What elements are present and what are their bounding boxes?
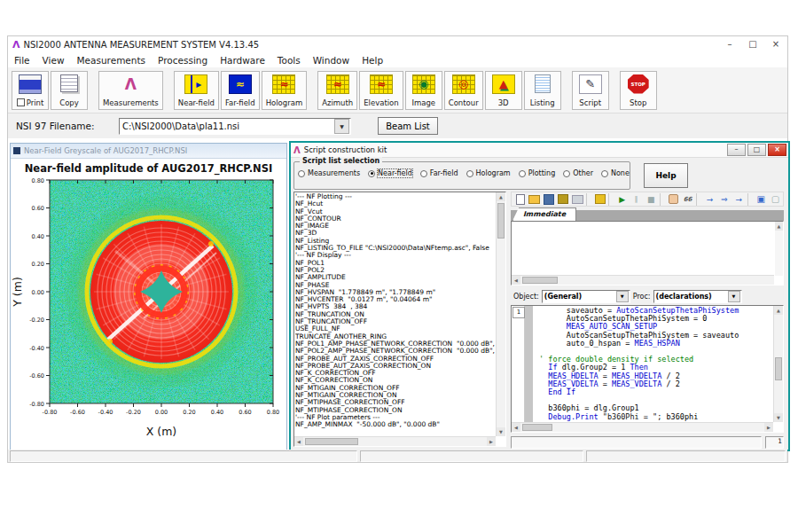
print-checkbox[interactable] (17, 98, 25, 106)
immediate-window[interactable]: ▲ ◀ (511, 221, 784, 286)
menu-view[interactable]: View (36, 55, 71, 66)
chevron-down-icon[interactable]: ▼ (616, 291, 629, 302)
code-vertical-scrollbar[interactable]: ▲ ▼ (773, 306, 783, 422)
script-list-item[interactable]: NF_POL1 (295, 260, 496, 267)
script-list-item[interactable]: '--- NF Plotting --- (295, 193, 496, 200)
code-editor[interactable]: 1 saveauto = AutoScanSetupThetaPhiSystem… (511, 305, 784, 433)
beam-list-button[interactable]: Beam List (378, 117, 438, 135)
step-over-icon[interactable]: → (732, 193, 746, 206)
immediate-vertical-scrollbar[interactable]: ▲ (775, 222, 783, 276)
find-icon[interactable]: 66 (681, 193, 694, 206)
scroll-left-icon[interactable]: ◀ (512, 423, 520, 432)
tab-immediate[interactable]: Immediate (512, 207, 576, 221)
scroll-up-icon[interactable]: ▲ (497, 192, 505, 201)
export-icon[interactable] (557, 193, 570, 206)
script-list-item[interactable]: NF_IMAGE (295, 223, 496, 230)
radio-circle-icon (601, 170, 608, 177)
toolbar-button-near-field[interactable]: ▸Near-field (174, 71, 219, 110)
radio-hologram[interactable]: Hologram (466, 169, 511, 177)
toolbar-button-azimuth[interactable]: ≈Azimuth (317, 71, 357, 110)
menu-file[interactable]: File (8, 55, 36, 66)
radio-near-field[interactable]: Near-field (368, 169, 412, 177)
scroll-down-icon[interactable]: ▼ (497, 427, 505, 436)
script-kit-maximize-button[interactable]: □ (747, 144, 766, 156)
script-kit-close-button[interactable]: × (768, 144, 786, 156)
toolbar-button-hologram[interactable]: ≈Hologram (262, 71, 308, 110)
new-file-icon[interactable] (513, 193, 527, 206)
nearfield-window: Near-Field Greyscale of AUG2017_RHCP.NSI… (10, 143, 287, 451)
toolbar-button-far-field[interactable]: ≈Far-field (221, 71, 260, 110)
toolbar-button-measurements[interactable]: ΛMeasurements (98, 71, 163, 110)
properties-icon[interactable]: ▣ (755, 193, 768, 206)
proc-dropdown[interactable]: (declarations) ▼ (653, 290, 742, 303)
menu-processing[interactable]: Processing (152, 55, 214, 66)
script-list-horizontal-scrollbar[interactable]: ◀ ▶ (294, 436, 496, 446)
script-kit-titlebar[interactable]: Λ Script construction kit –□× (291, 143, 788, 158)
scroll-left-icon[interactable]: ◀ (294, 437, 303, 446)
menu-help[interactable]: Help (356, 55, 389, 66)
open-file-icon[interactable] (528, 193, 541, 206)
code-horizontal-scrollbar[interactable]: ◀ ▶ (512, 422, 773, 432)
menu-window[interactable]: Window (307, 55, 356, 66)
radio-plotting[interactable]: Plotting (519, 169, 556, 177)
toolbar-button-print[interactable]: Print (12, 71, 49, 110)
toolbox-icon[interactable] (593, 193, 606, 206)
menu-tools[interactable]: Tools (271, 55, 307, 66)
radio-none[interactable]: None (601, 169, 630, 177)
scroll-right-icon[interactable]: ▶ (487, 437, 496, 446)
svg-text:0.00: 0.00 (155, 409, 168, 416)
toolbar-button-contour[interactable]: ◎Contour (444, 71, 483, 110)
maximize-button[interactable]: □ (741, 37, 764, 51)
stop-icon[interactable]: ■ (645, 193, 658, 206)
toolbar-button-3d[interactable]: ▲3D (485, 71, 522, 110)
nearfield-window-titlebar[interactable]: Near-Field Greyscale of AUG2017_RHCP.NSI (11, 144, 286, 159)
toolbar-button-label: Stop (630, 98, 646, 107)
script-list-vertical-scrollbar[interactable]: ▲ ▼ (496, 192, 505, 436)
radio-measurements[interactable]: Measurements (298, 169, 360, 177)
scroll-up-icon[interactable]: ▲ (774, 306, 783, 315)
hand-icon[interactable] (667, 193, 680, 206)
radio-other[interactable]: Other (563, 169, 593, 177)
scroll-left-icon[interactable]: ◀ (512, 276, 520, 285)
toolbar-button-stop[interactable]: STOPStop (620, 71, 657, 110)
object-proc-row: Object: (General) ▼ Proc: (declarations)… (511, 288, 784, 304)
chevron-down-icon[interactable]: ▼ (334, 119, 349, 134)
script-command-list[interactable]: '--- NF Plotting ---NF_HcutNF_VcutNF_CON… (293, 192, 506, 447)
run-icon[interactable]: ▶ (615, 193, 629, 206)
save-file-icon[interactable] (543, 193, 556, 206)
toolbar-button-script[interactable]: ✎Script (572, 71, 609, 110)
listing-icon (535, 74, 551, 93)
toolbar-button-image[interactable]: ◉Image (405, 71, 442, 110)
minimize-button[interactable]: – (718, 37, 741, 51)
scroll-up-icon[interactable]: ▲ (775, 222, 783, 231)
radio-far-field[interactable]: Far-field (420, 169, 458, 177)
resume-icon[interactable]: → (703, 193, 716, 206)
toolbar-button-listing[interactable]: Listing (524, 71, 561, 110)
print-icon[interactable] (571, 193, 584, 206)
scroll-down-icon[interactable]: ▼ (774, 413, 783, 422)
script-list-item[interactable]: NF_AMP_MINMAX "-50.000 dB", "0.000 dB" (295, 421, 496, 428)
script-kit-minimize-button[interactable]: – (727, 144, 746, 156)
toolbar-button-text: Elevation (364, 98, 398, 107)
menu-measurements[interactable]: Measurements (71, 55, 153, 66)
filename-combobox[interactable]: C:\NSI2000\Data\pla11.nsi ▼ (119, 118, 351, 135)
toolbar-button-copy[interactable]: Copy (51, 71, 88, 110)
toolbar-button-label: Hologram (266, 98, 303, 107)
toolbar-button-elevation[interactable]: ≈Elevation (359, 71, 403, 110)
close-button[interactable]: × (764, 37, 787, 51)
menu-hardware[interactable]: Hardware (214, 55, 271, 66)
script-list-item[interactable]: NF_Hcut (295, 200, 496, 207)
code-text[interactable]: saveauto = AutoScanSetupThetaPhiSystem A… (535, 307, 773, 422)
object-dropdown[interactable]: (General) ▼ (542, 290, 630, 303)
code-selection-margin[interactable] (525, 306, 533, 422)
immediate-horizontal-scrollbar[interactable]: ◀ (512, 275, 774, 285)
help-button[interactable]: Help (644, 163, 688, 188)
chevron-down-icon[interactable]: ▼ (728, 291, 740, 302)
y-axis-label: Y (m) (11, 277, 24, 308)
toolbar-button-label: Print (17, 98, 44, 107)
step-into-icon[interactable]: ⇒ (717, 193, 731, 206)
pause-icon[interactable]: ∥ (630, 193, 643, 206)
script-list-item[interactable]: '--- NF Display --- (295, 252, 496, 259)
history-icon[interactable]: ▢ (769, 193, 782, 206)
scroll-right-icon[interactable]: ▶ (764, 423, 773, 432)
